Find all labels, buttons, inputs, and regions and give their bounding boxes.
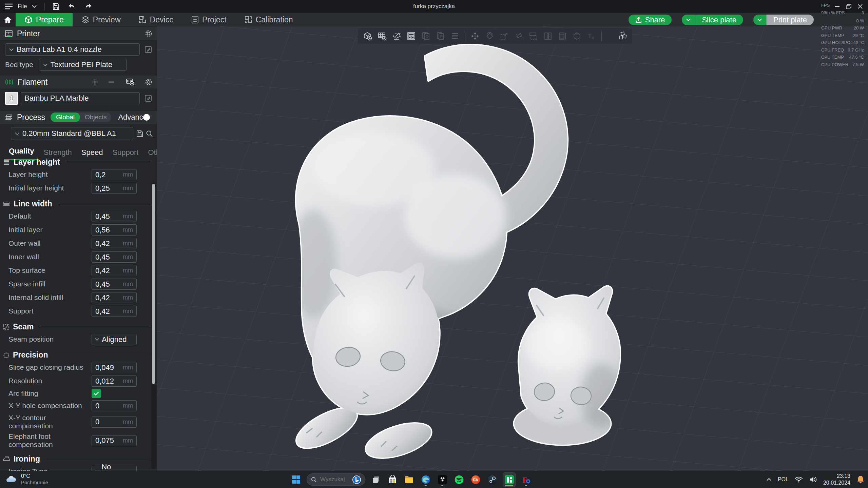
line-width-sparse-infill-input[interactable]: 0,45mm <box>92 279 137 290</box>
cat-head-model[interactable] <box>514 286 622 445</box>
add-model-icon[interactable] <box>363 31 372 41</box>
settings-scrollbar-thumb[interactable] <box>152 184 155 384</box>
time: 23:13 <box>823 473 850 480</box>
line-width-initial-input[interactable]: 0,56mm <box>92 224 137 236</box>
ea-app-icon[interactable]: EA <box>469 473 482 486</box>
filament-slot-badge[interactable]: 1 <box>5 92 18 105</box>
hamburger-menu-icon[interactable] <box>5 3 13 9</box>
line-width-default-input[interactable]: 0,45mm <box>92 211 137 222</box>
print-options-chevron[interactable] <box>753 15 767 25</box>
save-preset-icon[interactable] <box>136 130 143 137</box>
printer-settings-gear-icon[interactable] <box>145 30 152 37</box>
tab-project[interactable]: Project <box>182 13 235 26</box>
process-preset-select[interactable]: 0.20mm Standard @BBL A1 <box>11 127 133 140</box>
task-view-button[interactable] <box>370 473 382 486</box>
print-plate-button[interactable]: Print plate <box>753 15 814 25</box>
tab-preview[interactable]: Preview <box>73 13 130 26</box>
move-icon[interactable] <box>470 31 480 41</box>
share-icon <box>635 17 642 23</box>
xy-contour-compensation-input[interactable]: 0mm <box>92 416 137 428</box>
redo-icon[interactable] <box>84 3 92 10</box>
search-input[interactable] <box>320 476 349 483</box>
line-width-inner-wall-input[interactable]: 0,45mm <box>92 251 137 263</box>
notification-bell-icon[interactable] <box>856 475 865 484</box>
scope-objects[interactable]: Objects <box>80 114 111 121</box>
clock[interactable]: 23:13 20.01.2024 <box>823 473 850 486</box>
microsoft-store-icon[interactable] <box>386 473 399 486</box>
home-button[interactable] <box>0 13 16 26</box>
scope-global[interactable]: Global <box>51 113 80 122</box>
bambu-studio-icon[interactable] <box>503 472 516 487</box>
elephant-foot-compensation-input[interactable]: 0,075mm <box>92 435 137 446</box>
file-menu[interactable]: File <box>18 3 27 10</box>
add-filament-icon[interactable] <box>92 79 98 85</box>
search-preset-icon[interactable] <box>146 130 153 137</box>
paste-icon[interactable]: P <box>436 31 445 41</box>
file-explorer-icon[interactable] <box>403 473 415 486</box>
filament-edit-icon[interactable] <box>144 95 152 102</box>
wifi-icon[interactable] <box>795 476 803 483</box>
weather-temp: 0°C <box>21 473 48 480</box>
slice-plate-button[interactable]: Slice plate <box>682 15 743 25</box>
seam-position-select[interactable]: Aligned <box>92 334 137 345</box>
edge-icon[interactable] <box>420 473 432 486</box>
assembly-view-icon[interactable] <box>618 31 628 41</box>
add-plate-icon[interactable] <box>377 31 387 41</box>
weather-widget[interactable]: 0°C Pochmurnie <box>5 473 48 486</box>
ironing-type-select[interactable]: No ironing <box>92 466 137 471</box>
split-to-objects-icon[interactable] <box>528 31 538 41</box>
rotate-icon[interactable] <box>485 31 494 41</box>
steam-icon[interactable] <box>486 473 498 486</box>
variable-layer-height-icon[interactable] <box>558 31 567 41</box>
printer-select[interactable]: Bambu Lab A1 0.4 nozzle <box>5 43 140 56</box>
line-width-top-surface-input[interactable]: 0,42mm <box>92 265 137 276</box>
spotify-icon[interactable] <box>453 473 465 486</box>
remove-filament-icon[interactable] <box>108 81 114 83</box>
minimize-button[interactable] <box>831 0 843 13</box>
lay-on-face-icon[interactable] <box>514 31 523 41</box>
undo-icon[interactable] <box>68 3 76 10</box>
start-button[interactable] <box>290 473 302 486</box>
cut-icon[interactable] <box>572 31 582 41</box>
viewport-3d[interactable]: AUTO O P <box>157 26 868 471</box>
bed-type-select[interactable]: Textured PEI Plate <box>39 59 127 71</box>
add-text-icon[interactable]: Ta <box>587 31 596 41</box>
line-width-support-input[interactable]: 0,42mm <box>92 306 137 317</box>
layer-height-input[interactable]: 0,2mm <box>92 169 137 180</box>
volume-icon[interactable] <box>809 476 817 483</box>
scale-icon[interactable] <box>499 31 509 41</box>
filament-settings-gear-icon[interactable] <box>145 78 152 86</box>
close-button[interactable] <box>854 0 866 13</box>
firefox-settings-app-icon[interactable]: F <box>520 473 532 486</box>
arrange-icon[interactable] <box>406 31 416 41</box>
tab-device[interactable]: Device <box>130 13 182 26</box>
arc-fitting-checkbox[interactable] <box>92 389 101 398</box>
share-button[interactable]: Share <box>629 15 672 25</box>
line-width-internal-solid-input[interactable]: 0,42mm <box>92 292 137 303</box>
toolbar-divider <box>465 31 465 41</box>
line-width-outer-wall-input[interactable]: 0,42mm <box>92 238 137 249</box>
slice-options-chevron[interactable] <box>682 15 695 25</box>
chevron-down-icon[interactable] <box>32 5 37 8</box>
taskbar-search[interactable] <box>307 473 365 486</box>
filament-select[interactable]: Bambu PLA Marble <box>21 92 140 104</box>
assembly-objects-icon[interactable] <box>450 31 460 41</box>
ams-icon[interactable] <box>126 78 135 86</box>
printer-edit-icon[interactable] <box>144 46 152 53</box>
slice-gap-input[interactable]: 0,049mm <box>92 362 137 373</box>
tidal-icon[interactable] <box>436 473 448 486</box>
xy-hole-compensation-input[interactable]: 0mm <box>92 400 137 411</box>
tab-prepare[interactable]: Prepare <box>16 13 73 26</box>
initial-layer-height-input[interactable]: 0,25mm <box>92 183 137 194</box>
split-to-parts-icon[interactable] <box>543 31 553 41</box>
tray-chevron-up-icon[interactable] <box>766 478 772 481</box>
maximize-button[interactable] <box>843 0 854 13</box>
resolution-input[interactable]: 0,012mm <box>92 375 137 387</box>
tab-calibration[interactable]: Calibration <box>235 13 302 26</box>
copy-icon[interactable]: O <box>421 31 430 41</box>
auto-orient-icon[interactable]: AUTO <box>392 31 401 41</box>
system-tray: POL 23:13 20.01.2024 <box>766 471 865 488</box>
model-canvas[interactable] <box>157 26 868 471</box>
save-icon[interactable] <box>52 3 60 10</box>
language-indicator[interactable]: POL <box>778 476 789 483</box>
